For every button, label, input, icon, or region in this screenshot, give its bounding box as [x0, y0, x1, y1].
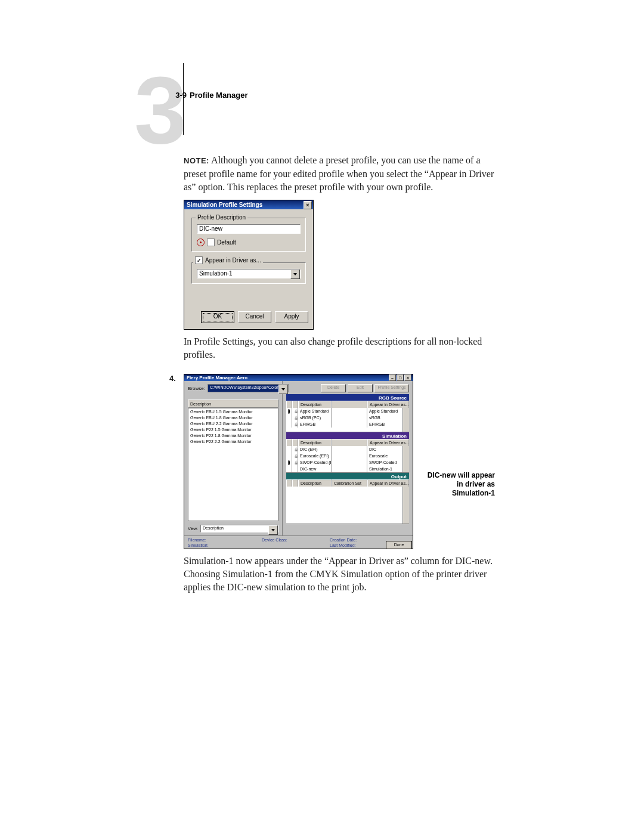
cell-description: Euroscale (EFI)	[298, 453, 332, 459]
table-row[interactable]: DIC (EFI) DIC	[286, 446, 409, 453]
lock-icon	[294, 409, 298, 413]
lock-icon	[294, 454, 298, 458]
status-filename-label: Filename:	[188, 537, 259, 543]
pm-titlebar[interactable]: Fiery Profile Manager:Aero – □ ×	[184, 374, 413, 381]
status-last-modified-label: Last Modified:	[330, 543, 383, 548]
maximize-icon[interactable]: □	[397, 374, 404, 381]
default-target-icon	[197, 239, 205, 246]
edit-button[interactable]: Edit	[348, 384, 373, 392]
profile-description-legend: Profile Description	[196, 214, 247, 221]
profile-description-input[interactable]: DIC-new	[197, 224, 301, 234]
browse-label: Browse:	[188, 386, 205, 391]
done-button[interactable]: Done	[386, 541, 412, 550]
chevron-down-icon[interactable]	[268, 525, 278, 535]
table-row[interactable]: Apple Standard Apple Standard	[286, 408, 409, 414]
profile-settings-button[interactable]: Profile Settings	[374, 384, 409, 392]
default-label: Default	[217, 239, 236, 246]
cell-description: sRGB (PC)	[298, 414, 332, 421]
lock-icon	[294, 422, 298, 426]
ok-button[interactable]: OK	[201, 311, 234, 323]
list-item[interactable]: Generic EBU 1.8 Gamma Monitor	[188, 415, 278, 421]
appear-in-driver-label: Appear in Driver as...	[205, 257, 261, 264]
callout-line: Simulation-1	[417, 489, 495, 498]
list-item[interactable]: Generic P22 1.5 Gamma Monitor	[188, 427, 278, 433]
note-label: NOTE:	[184, 156, 209, 165]
rgb-grid[interactable]: Apple Standard Apple Standard sRGB (PC) …	[286, 408, 409, 432]
callout-dic-new: DIC-new will appear in driver as Simulat…	[417, 471, 495, 498]
chapter-number: 3	[134, 63, 184, 158]
cell-description: SWOP-Coated (EFI)	[298, 459, 332, 466]
simulation-profile-settings-dialog: Simulation Profile Settings × Profile De…	[184, 200, 314, 330]
close-icon[interactable]: ×	[304, 201, 312, 209]
lock-icon	[294, 416, 298, 420]
cancel-button[interactable]: Cancel	[238, 311, 271, 323]
list-item[interactable]: Generic EBU 1.5 Gamma Monitor	[188, 409, 278, 415]
table-row[interactable]: sRGB (PC) sRGB	[286, 414, 409, 421]
tail-paragraph: Simulation-1 now appears under the “Appe…	[184, 555, 504, 594]
appear-in-driver-group: ✓ Appear in Driver as... Simulation-1	[191, 262, 306, 284]
status-creation-date-label: Creation Date:	[330, 537, 383, 543]
profile-description-group: Profile Description DIC-new Default	[191, 218, 306, 252]
list-item[interactable]: Generic P22 2.2 Gamma Monitor	[188, 439, 278, 445]
cell-description: DIC (EFI)	[298, 446, 332, 453]
list-item[interactable]: Generic EBU 2.2 Gamma Monitor	[188, 421, 278, 427]
mid-paragraph: In Profile Settings, you can also change…	[184, 335, 504, 361]
close-icon[interactable]: ×	[404, 374, 411, 381]
cell-description: DIC-new	[298, 466, 332, 472]
appear-in-driver-value: Simulation-1	[199, 270, 233, 277]
dialog-titlebar[interactable]: Simulation Profile Settings ×	[184, 200, 313, 209]
browse-combo[interactable]: C:\WINDOWS\System32\spool\Color	[208, 384, 289, 392]
scrollbar[interactable]	[402, 487, 409, 524]
list-item[interactable]: Generic P22 1.8 Gamma Monitor	[188, 433, 278, 439]
table-row[interactable]: EFIRGB EFIRGB	[286, 421, 409, 428]
callout-line: in driver as	[417, 480, 495, 489]
status-copyright-label: Copyright:	[188, 548, 259, 549]
table-row[interactable]: SWOP-Coated (EFI) SWOP-Coated	[286, 459, 409, 466]
minimize-icon[interactable]: –	[389, 374, 396, 381]
sim-grid[interactable]: DIC (EFI) DIC Euroscale (EFI) Euroscale …	[286, 446, 409, 473]
apply-button[interactable]: Apply	[275, 311, 308, 323]
delete-button[interactable]: Delete	[321, 384, 346, 392]
scrollbar[interactable]	[402, 446, 409, 472]
running-head: Profile Manager	[190, 91, 248, 100]
pm-status-bar: Filename: Simulation: Copyright: Device …	[184, 535, 413, 549]
view-combo[interactable]: Description	[200, 525, 278, 532]
cell-description: EFIRGB	[298, 421, 332, 428]
out-grid[interactable]	[286, 487, 409, 524]
left-list-header: Description	[188, 400, 278, 408]
pm-left-panel: Browse: C:\WINDOWS\System32\spool\Color …	[184, 381, 283, 535]
callout-line: DIC-new will appear	[417, 471, 495, 480]
table-row[interactable]: DIC-new Simulation-1	[286, 466, 409, 472]
page-number: 3-9	[169, 91, 187, 100]
appear-in-driver-checkbox[interactable]: ✓	[195, 256, 203, 264]
dialog-title: Simulation Profile Settings	[187, 202, 262, 208]
browse-value: C:\WINDOWS\System32\spool\Color	[210, 385, 278, 389]
lock-icon	[294, 447, 298, 451]
lock-icon	[294, 460, 298, 465]
left-profile-list[interactable]: Generic EBU 1.5 Gamma Monitor Generic EB…	[188, 408, 278, 521]
chevron-down-icon[interactable]	[278, 385, 288, 394]
pm-right-panel: Delete Edit Profile Settings RGB Source …	[283, 381, 413, 535]
table-row[interactable]: Euroscale (EFI) Euroscale	[286, 453, 409, 459]
note-text: Although you cannot delete a preset prof…	[184, 155, 494, 192]
chevron-down-icon[interactable]	[290, 270, 300, 279]
target-icon	[288, 409, 290, 414]
status-device-class-label: Device Class:	[262, 537, 327, 543]
view-label: View:	[188, 527, 198, 531]
scrollbar[interactable]	[402, 408, 409, 432]
note-paragraph: NOTE: Although you cannot delete a prese…	[184, 154, 504, 194]
rgb-grid-header: Description Appear in Driver as...	[286, 401, 409, 408]
target-icon	[288, 460, 290, 465]
status-simulation-label: Simulation:	[188, 543, 259, 548]
view-value: Description	[203, 526, 224, 530]
step-number: 4.	[169, 372, 182, 385]
profile-manager-window: Fiery Profile Manager:Aero – □ × Browse:…	[184, 374, 413, 549]
cell-description: Apple Standard	[298, 408, 332, 414]
default-checkbox[interactable]	[207, 239, 215, 246]
pm-title: Fiery Profile Manager:Aero	[187, 375, 247, 380]
out-grid-header: Description Calibration Set Appear in Dr…	[286, 480, 409, 487]
sim-grid-header: Description Appear in Driver as...	[286, 439, 409, 446]
appear-in-driver-combo[interactable]: Simulation-1	[197, 269, 301, 278]
